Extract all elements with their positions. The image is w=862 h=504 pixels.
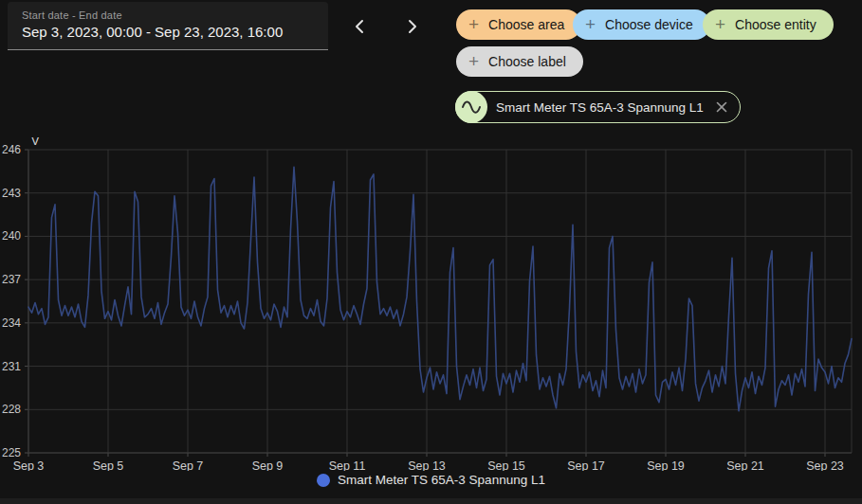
sine-wave-icon — [455, 91, 487, 123]
choose-area-button[interactable]: + Choose area — [456, 9, 581, 40]
voltage-line-chart: 246243240237234231228225Sep 3Sep 5Sep 7S… — [0, 137, 862, 471]
selected-entity-chip-label: Smart Meter TS 65A-3 Spannung L1 — [496, 100, 704, 115]
x-tick-label: Sep 13 — [408, 459, 446, 471]
choose-label-button[interactable]: + Choose label — [456, 46, 583, 77]
y-tick-label: 231 — [2, 360, 21, 373]
plus-icon: + — [715, 15, 725, 33]
choose-device-button[interactable]: + Choose device — [573, 9, 710, 40]
x-tick-label: Sep 3 — [13, 459, 45, 471]
plus-icon: + — [468, 15, 479, 33]
x-tick-label: Sep 15 — [487, 459, 525, 471]
bottom-panel-edge — [0, 498, 862, 504]
date-range-value: Sep 3, 2023, 00:00 - Sep 23, 2023, 16:00 — [22, 24, 283, 40]
y-tick-label: 246 — [2, 143, 21, 156]
y-tick-label: 237 — [2, 273, 21, 286]
x-tick-label: Sep 9 — [252, 459, 284, 471]
chevron-left-icon — [354, 19, 364, 34]
y-axis-unit-label: V — [31, 137, 40, 148]
x-tick-label: Sep 11 — [329, 459, 366, 471]
plus-icon: + — [585, 15, 596, 33]
choose-area-label: Choose area — [488, 17, 564, 32]
next-period-button[interactable] — [397, 11, 428, 42]
plus-icon: + — [468, 52, 479, 70]
x-tick-label: Sep 19 — [647, 459, 685, 471]
selected-entity-chip[interactable]: Smart Meter TS 65A-3 Spannung L1 — [455, 91, 741, 123]
y-tick-label: 228 — [2, 403, 21, 416]
choose-label-label: Choose label — [488, 54, 566, 69]
date-range-label: Start date - End date — [22, 9, 122, 21]
previous-period-button[interactable] — [343, 11, 374, 42]
choose-entity-button[interactable]: + Choose entity — [703, 9, 834, 40]
date-range-picker[interactable]: Start date - End date Sep 3, 2023, 00:00… — [8, 2, 328, 50]
voltage-series-line — [28, 167, 852, 411]
x-tick-label: Sep 23 — [806, 459, 844, 471]
chart-legend[interactable]: Smart Meter TS 65A-3 Spannung L1 — [0, 473, 862, 487]
choose-entity-label: Choose entity — [735, 17, 816, 32]
x-tick-label: Sep 7 — [173, 459, 204, 471]
y-tick-label: 234 — [2, 316, 21, 330]
legend-dot-icon — [317, 474, 330, 487]
voltage-history-dashboard: Start date - End date Sep 3, 2023, 00:00… — [0, 0, 862, 504]
legend-series-label: Smart Meter TS 65A-3 Spannung L1 — [338, 473, 545, 487]
choose-device-label: Choose device — [605, 17, 693, 32]
x-tick-label: Sep 21 — [726, 459, 764, 471]
close-icon[interactable] — [713, 99, 730, 116]
y-tick-label: 240 — [2, 229, 21, 243]
chevron-right-icon — [408, 19, 418, 34]
y-tick-label: 225 — [2, 446, 21, 459]
x-tick-label: Sep 5 — [93, 459, 124, 471]
y-tick-label: 243 — [2, 187, 21, 200]
x-tick-label: Sep 17 — [567, 459, 605, 471]
